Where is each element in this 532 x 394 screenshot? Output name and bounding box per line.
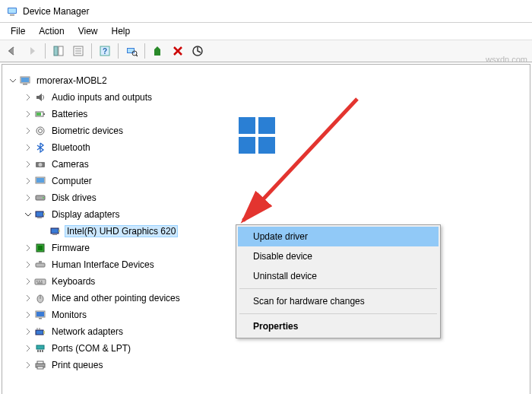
tree-item[interactable]: Disk drives [2,189,530,206]
expand-icon[interactable] [24,93,33,102]
expand-icon[interactable] [24,193,33,202]
svg-rect-60 [37,361,43,364]
titlebar: Device Manager [0,0,532,23]
toolbar-separator [144,43,145,59]
tree-item[interactable]: Computer [2,173,530,189]
svg-rect-42 [36,281,38,282]
svg-point-24 [39,129,43,133]
back-button[interactable] [3,42,21,60]
ctx-scan-hardware[interactable]: Scan for hardware changes [238,291,439,311]
tree-item[interactable]: Biometric devices [2,122,530,139]
ctx-disable-device[interactable]: Disable device [238,246,439,266]
svg-rect-58 [42,350,43,352]
tree-item[interactable]: Print queues [2,357,530,373]
svg-rect-15 [154,49,160,56]
camera-icon [34,158,46,170]
svg-point-26 [39,163,43,167]
ctx-properties[interactable]: Properties [238,316,439,336]
expand-icon[interactable] [24,160,33,169]
svg-point-30 [43,197,44,199]
show-hide-tree-button[interactable] [49,42,68,60]
svg-rect-57 [40,350,41,352]
expand-icon[interactable] [24,243,33,253]
monitor-icon [34,309,46,321]
biometric-icon [34,125,46,137]
disable-device-button[interactable] [188,42,207,60]
printer-icon [34,359,46,371]
expand-icon[interactable] [24,294,33,303]
firmware-icon [34,242,46,254]
svg-rect-28 [36,178,44,183]
expand-icon[interactable] [24,310,33,319]
forward-button[interactable] [23,42,41,60]
menu-help[interactable]: Help [106,24,137,38]
network-icon [34,326,46,338]
scan-hardware-button[interactable] [122,42,141,60]
expand-icon[interactable] [24,277,33,286]
expand-icon[interactable] [24,260,33,269]
svg-rect-44 [41,281,43,282]
tree-item[interactable]: Ports (COM & LPT) [2,340,530,357]
expand-icon[interactable] [24,110,33,119]
svg-rect-34 [51,228,59,234]
menu-view[interactable]: View [72,24,104,38]
keyboard-icon [34,275,46,288]
watermark: wsxdn.com [486,55,527,64]
tree-item-display-adapters[interactable]: Display adapters [2,206,530,223]
svg-rect-45 [37,283,43,284]
ctx-uninstall-device[interactable]: Uninstall device [238,266,439,286]
toolbar-separator [45,43,46,59]
svg-rect-21 [43,113,45,115]
menu-file[interactable]: File [5,24,31,38]
properties-button[interactable] [69,42,87,60]
svg-rect-39 [36,263,45,267]
tree-item[interactable]: Audio inputs and outputs [2,89,530,106]
uninstall-device-button[interactable] [169,42,187,60]
ctx-update-driver[interactable]: Update driver [238,227,439,246]
ctx-separator [239,288,437,289]
menu-action[interactable]: Action [33,24,70,38]
svg-rect-33 [43,213,45,215]
expand-icon[interactable] [24,126,33,135]
tree-item[interactable]: Cameras [2,156,530,173]
expand-icon[interactable] [24,176,33,186]
svg-text:?: ? [103,47,107,56]
svg-rect-31 [36,211,43,217]
help-button[interactable]: ? [96,42,114,60]
svg-rect-4 [59,46,63,56]
context-menu: Update driver Disable device Uninstall d… [236,224,441,338]
expand-icon[interactable] [24,344,33,353]
svg-rect-18 [21,78,29,82]
svg-rect-19 [23,84,27,85]
tree-item[interactable]: Bluetooth [2,139,530,156]
svg-rect-49 [36,312,44,316]
expand-icon[interactable] [24,143,33,152]
svg-rect-51 [36,330,43,335]
svg-rect-61 [37,367,43,369]
tree-root[interactable]: rmorerax-MOBL2 [2,72,530,89]
svg-rect-56 [37,350,39,352]
computer-icon [19,75,31,87]
hid-icon [34,259,46,271]
display-adapter-icon [34,208,46,221]
disk-icon [34,192,46,204]
svg-rect-2 [10,14,14,16]
computer-icon [34,175,46,187]
toolbar-separator [91,43,92,59]
app-icon [6,5,18,17]
expand-icon[interactable] [24,327,33,336]
battery-icon [34,108,46,120]
svg-rect-38 [38,246,43,250]
toolbar-separator [118,43,119,59]
svg-rect-55 [36,345,44,349]
svg-rect-1 [8,8,16,13]
tree-item[interactable]: Batteries [2,106,530,122]
svg-rect-22 [36,113,41,116]
expand-icon[interactable] [24,361,33,370]
update-driver-button[interactable] [149,42,167,60]
collapse-icon[interactable] [24,210,33,219]
menubar: File Action View Help [0,23,532,40]
svg-point-23 [36,127,44,135]
display-adapter-icon [49,225,62,237]
collapse-icon[interactable] [8,76,17,85]
